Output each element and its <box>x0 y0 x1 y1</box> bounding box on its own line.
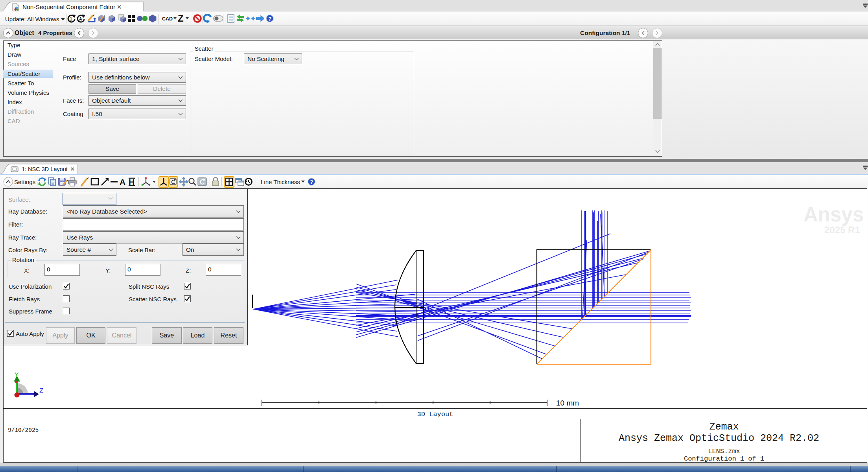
svg-text:1: 1 <box>70 17 72 21</box>
svg-text:Z: Z <box>178 13 184 24</box>
svg-text:?: ? <box>268 16 272 22</box>
svg-text:Y: Y <box>15 371 18 379</box>
svg-text:A: A <box>120 177 125 186</box>
svg-text:A: A <box>79 17 82 21</box>
svg-text:10 mm: 10 mm <box>556 399 579 407</box>
svg-text:CAD: CAD <box>162 16 173 22</box>
svg-text:?: ? <box>310 179 313 185</box>
svg-text:Z: Z <box>39 387 43 395</box>
